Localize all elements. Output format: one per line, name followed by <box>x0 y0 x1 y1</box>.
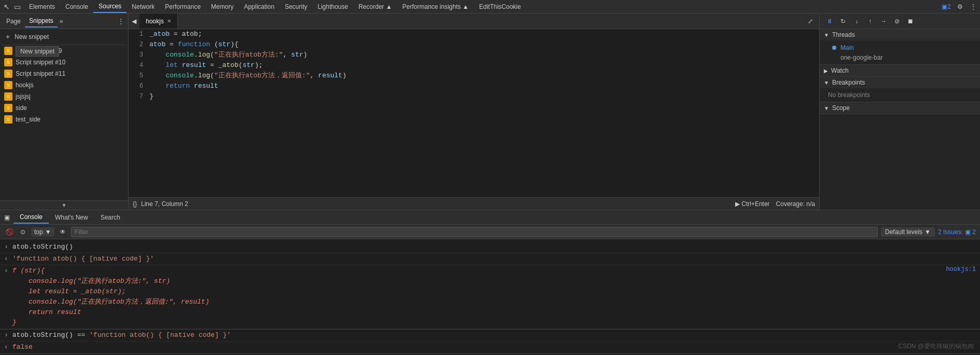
new-snippet-btn[interactable]: ＋ New snippet <box>0 29 128 45</box>
editor-tab-hookjs[interactable]: hookjs ✕ <box>140 13 178 29</box>
snippet-label-side: side <box>16 104 27 112</box>
console-line-2: ‹ 'function atob() { [native code] }' <box>0 253 980 265</box>
console-tab-search[interactable]: Search <box>94 212 127 223</box>
threads-arrow-icon: ▼ <box>824 32 829 38</box>
sidebar-scroll-down[interactable]: ▼ <box>0 200 128 210</box>
code-line-6: 6 return result <box>129 81 819 91</box>
console-tab-console[interactable]: Console <box>13 211 49 224</box>
threads-section-header[interactable]: ▼ Threads <box>820 29 980 40</box>
step-into-btn[interactable]: ↓ <box>851 16 862 27</box>
tab-elements[interactable]: Elements <box>24 0 60 13</box>
snippet-item-test-side[interactable]: S test_side <box>0 114 128 125</box>
thread-one-google-bar[interactable]: one-google-bar <box>824 53 976 62</box>
sidebar-tab-snippets[interactable]: Snippets <box>25 15 58 28</box>
step-btn[interactable]: → <box>878 16 889 27</box>
tab-console[interactable]: Console <box>60 0 93 13</box>
preserve-log-btn[interactable]: ⊙ <box>18 227 28 237</box>
console-output: › atob.toString() ‹ 'function atob() { [… <box>0 239 980 355</box>
curly-braces-icon[interactable]: {} <box>133 200 137 208</box>
thread-main-label: Main <box>840 44 854 51</box>
filter-input[interactable] <box>71 227 878 237</box>
tab-sources[interactable]: Sources <box>93 0 127 13</box>
snippet-item-jsjsjsj[interactable]: S jsjsjsj <box>0 91 128 102</box>
run-button[interactable]: ▶ Ctrl+Enter <box>735 200 770 208</box>
threads-body: Main one-google-bar <box>820 40 980 64</box>
more-icon[interactable]: ⋮ <box>969 2 978 11</box>
step-out-btn[interactable]: ↑ <box>864 16 876 27</box>
line-num-4: 4 <box>131 60 149 71</box>
scope-label: Scope <box>832 104 850 112</box>
device-icon[interactable]: ▭ <box>12 2 22 11</box>
tab-performance[interactable]: Performance <box>160 0 206 13</box>
snippet-item-hookjs[interactable]: S hookjs <box>0 79 128 91</box>
level-arrow-icon: ▼ <box>924 228 931 236</box>
snippet-item-9-wrapper: S Script snippet #9 New snippet <box>0 45 128 57</box>
editor-tab-close[interactable]: ✕ <box>167 18 171 24</box>
tab-recorder[interactable]: Recorder ▲ <box>353 0 397 13</box>
console-arrow-2: ‹ <box>4 254 8 264</box>
no-breakpoints-text: No breakpoints <box>820 88 980 102</box>
tab-lighthouse[interactable]: Lighthouse <box>312 0 353 13</box>
console-arrow-3: ‹ <box>4 266 8 276</box>
console-line-4: › atob.toString() == 'function atob() { … <box>0 329 980 342</box>
coverage-label: Coverage: n/a <box>776 200 815 208</box>
code-line-3: 3 console.log("正在执行atob方法:", str) <box>129 50 819 60</box>
step-over-btn[interactable]: ↻ <box>837 16 849 27</box>
sidebar-tab-menu-icon[interactable]: ⋮ <box>116 16 126 27</box>
console-content-3: f (str){ console.log("正在执行atob方法:", str)… <box>12 266 946 328</box>
snippet-item-10[interactable]: S Script snippet #10 <box>0 57 128 68</box>
scope-section-header[interactable]: ▼ Scope <box>820 102 980 114</box>
editor-back-btn[interactable]: ◀ <box>129 17 140 26</box>
line-num-3: 3 <box>131 50 149 60</box>
console-line-1: › atob.toString() <box>0 241 980 253</box>
breakpoints-section-header[interactable]: ▼ Breakpoints <box>820 77 980 88</box>
deactivate-btn[interactable]: ⊘ <box>891 16 903 27</box>
watch-arrow-icon: ▶ <box>824 68 828 74</box>
issues-badge[interactable]: ▣ 2 <box>942 2 951 11</box>
tab-editthiscookie[interactable]: EditThisCookie <box>474 0 526 13</box>
console-sidebar-toggle[interactable]: ▣ <box>2 213 11 222</box>
snippet-icon-side: S <box>4 104 12 112</box>
console-arrow-4: › <box>4 330 8 340</box>
level-selector[interactable]: Default levels ▼ <box>881 227 935 237</box>
snippet-item-side[interactable]: S side <box>0 102 128 114</box>
sidebar-tab-more-arrow[interactable]: » <box>58 16 65 27</box>
stop-btn[interactable]: ⏹ <box>905 16 916 27</box>
tab-application[interactable]: Application <box>239 0 280 13</box>
pause-btn[interactable]: ⏸ <box>824 16 835 27</box>
tab-memory[interactable]: Memory <box>206 0 239 13</box>
line-content-7: } <box>149 91 819 102</box>
thread-main[interactable]: Main <box>824 43 976 53</box>
snippet-label-test-side: test_side <box>16 116 40 123</box>
editor-expand-icon[interactable]: ⤢ <box>806 17 815 26</box>
inspect-icon[interactable]: ↖ <box>2 2 11 11</box>
context-selector[interactable]: Default levels top ▼ <box>31 227 54 237</box>
console-tab-whatsnew[interactable]: What's New <box>49 212 94 223</box>
snippet-icon-test-side: S <box>4 115 12 124</box>
watch-label: Watch <box>831 67 849 74</box>
console-arrow-1: › <box>4 242 8 252</box>
snippet-item-11[interactable]: S Script snippet #11 <box>0 68 128 79</box>
code-line-1: 1 _atob = atob; <box>129 29 819 39</box>
tab-network[interactable]: Network <box>127 0 160 13</box>
settings-icon[interactable]: ⚙ <box>955 2 964 11</box>
line-content-4: let result = _atob(str); <box>149 60 819 71</box>
tab-security[interactable]: Security <box>280 0 312 13</box>
editor-area: 1 _atob = atob; 2 atob = function (str){… <box>129 29 819 210</box>
breakpoints-section: ▼ Breakpoints No breakpoints <box>820 77 980 102</box>
line-num-6: 6 <box>131 81 149 91</box>
snippet-label-jsjsjsj: jsjsjsj <box>16 93 31 100</box>
watch-section-header[interactable]: ▶ Watch <box>820 65 980 76</box>
snippet-icon-9: S <box>4 47 12 55</box>
code-editor[interactable]: 1 _atob = atob; 2 atob = function (str){… <box>129 29 819 197</box>
issues-badge-console[interactable]: 2 Issues: ▣ 2 <box>938 228 976 236</box>
line-num-7: 7 <box>131 91 149 102</box>
level-label: Default levels <box>885 228 922 236</box>
clear-console-btn[interactable]: 🚫 <box>4 227 15 237</box>
console-file-ref-3[interactable]: hookjs:1 <box>946 266 976 273</box>
sidebar-tab-page[interactable]: Page <box>2 16 25 27</box>
tab-perf-insights[interactable]: Performance insights ▲ <box>397 0 474 13</box>
watch-expression-btn[interactable]: 👁 <box>58 227 68 237</box>
snippet-icon-hookjs: S <box>4 81 12 89</box>
watch-section: ▶ Watch <box>820 65 980 77</box>
